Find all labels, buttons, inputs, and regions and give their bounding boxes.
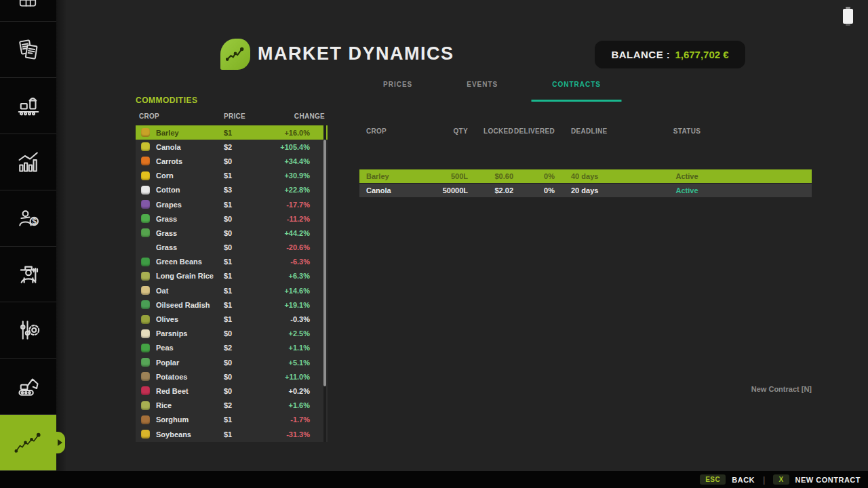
- crop-price: $0: [224, 329, 264, 338]
- crop-name: Grass: [156, 243, 224, 251]
- crop-icon: [141, 415, 150, 424]
- commodity-row[interactable]: Grass $0 +44.2%: [136, 226, 328, 240]
- crop-name: Parsnips: [156, 329, 224, 338]
- commodity-row[interactable]: Grapes $1 -17.7%: [136, 197, 328, 211]
- crop-name: Green Beans: [156, 258, 224, 266]
- crop-icon: [141, 186, 150, 195]
- crop-name: Carrots: [156, 157, 224, 165]
- page-title: MARKET DYNAMICS: [258, 43, 454, 64]
- crop-name: Rice: [156, 401, 224, 409]
- crop-change: -20.6%: [264, 243, 310, 251]
- tab-contracts[interactable]: CONTRACTS: [552, 81, 601, 88]
- crop-price: $0: [224, 359, 264, 367]
- balance-value: 1,677,702 €: [675, 49, 728, 60]
- new-contract-label: NEW CONTRACT: [795, 476, 861, 484]
- column-qty: QTY: [407, 127, 468, 135]
- crop-change: +5.1%: [264, 359, 310, 367]
- commodity-row[interactable]: Canola $2 +105.4%: [136, 140, 328, 154]
- commodity-row[interactable]: Green Beans $1 -6.3%: [136, 255, 328, 269]
- sidebar-item-statistics[interactable]: [0, 134, 56, 190]
- sidebar: $: [0, 0, 56, 471]
- balance-label: BALANCE :: [611, 49, 670, 60]
- commodity-row[interactable]: Grass $0 -20.6%: [136, 241, 328, 255]
- commodity-row[interactable]: Barley $1 +16.0%: [136, 125, 328, 140]
- crop-icon: [141, 228, 150, 237]
- logo-chart-icon: [226, 46, 245, 62]
- sidebar-item-construction[interactable]: [0, 359, 56, 415]
- sidebar-item-contracts[interactable]: [0, 22, 56, 78]
- contract-locked: $2.02: [468, 186, 513, 195]
- commodity-row[interactable]: Grass $0 -11.2%: [136, 211, 328, 226]
- sales-icon: $: [16, 206, 41, 230]
- crop-icon: [141, 300, 150, 309]
- app-logo: [220, 39, 250, 70]
- crop-name: Barley: [156, 129, 224, 137]
- commodity-row[interactable]: Carrots $0 +34.4%: [136, 154, 328, 168]
- commodity-row[interactable]: Peas $2 +1.1%: [136, 341, 328, 355]
- statistics-icon: [16, 150, 41, 174]
- construction-icon: [16, 374, 41, 399]
- crop-name: Red Beet: [156, 387, 224, 395]
- contract-row[interactable]: Barley 500L $0.60 0% 40 days Active: [359, 169, 812, 183]
- sidebar-item-sales[interactable]: $: [0, 190, 56, 247]
- contract-qty: 50000L: [407, 186, 468, 195]
- crop-name: Grapes: [156, 201, 224, 209]
- crop-icon: [141, 329, 150, 338]
- scrollbar-thumb[interactable]: [323, 140, 326, 386]
- commodity-row[interactable]: Red Beet $0 +0.2%: [136, 384, 328, 398]
- tab-prices[interactable]: PRICES: [383, 81, 412, 88]
- sidebar-item-map[interactable]: [0, 0, 56, 22]
- crop-icon: [141, 272, 150, 281]
- commodity-row[interactable]: Rice $2 +1.6%: [136, 399, 328, 413]
- crop-change: +11.0%: [264, 373, 310, 381]
- back-label: BACK: [732, 476, 755, 484]
- contract-delivered: 0%: [513, 172, 555, 180]
- commodity-row[interactable]: Soybeans $1 -31.3%: [136, 427, 328, 441]
- crop-price: $1: [224, 129, 264, 137]
- commodity-row[interactable]: Olives $1 -0.3%: [136, 312, 328, 326]
- column-crop: CROP: [359, 127, 407, 135]
- column-status: STATUS: [623, 127, 751, 135]
- commodity-row[interactable]: Cotton $3 +22.8%: [136, 183, 328, 197]
- commodity-row[interactable]: Potatoes $0 +11.0%: [136, 369, 328, 384]
- crop-icon: [141, 214, 150, 223]
- commodity-row[interactable]: Sorghum $1 -1.7%: [136, 413, 328, 427]
- commodity-row[interactable]: Parsnips $0 +2.5%: [136, 327, 328, 341]
- commodity-row[interactable]: Oat $1 +14.6%: [136, 283, 328, 298]
- crop-change: +14.6%: [264, 287, 310, 295]
- sidebar-item-farmer[interactable]: [0, 247, 56, 303]
- tab-events[interactable]: EVENTS: [467, 81, 498, 88]
- commodity-row[interactable]: Long Grain Rice $1 +6.3%: [136, 269, 328, 283]
- crop-icon: [141, 286, 150, 295]
- crop-name: Potatoes: [156, 373, 224, 381]
- sidebar-item-production[interactable]: [0, 78, 56, 134]
- sidebar-item-settings[interactable]: [0, 302, 56, 359]
- column-locked: LOCKED: [468, 127, 513, 135]
- new-contract-button[interactable]: X NEW CONTRACT: [773, 474, 861, 485]
- crop-name: Grass: [156, 215, 224, 223]
- commodity-row[interactable]: Poplar $0 +5.1%: [136, 355, 328, 369]
- crop-name: Olives: [156, 315, 224, 323]
- svg-text:$: $: [32, 216, 37, 226]
- crop-name: Soybeans: [156, 430, 224, 439]
- crop-price: $1: [224, 258, 264, 266]
- contract-crop: Canola: [359, 186, 407, 195]
- crop-icon: [141, 200, 150, 209]
- crop-price: $1: [224, 171, 264, 180]
- contract-deadline: 20 days: [555, 186, 623, 195]
- map-icon: [18, 0, 38, 11]
- crop-icon: [141, 401, 150, 410]
- documents-icon: [17, 38, 40, 61]
- crop-name: Peas: [156, 344, 224, 352]
- back-button[interactable]: ESC BACK: [700, 474, 755, 485]
- crop-icon: [141, 372, 150, 381]
- commodity-row[interactable]: Corn $1 +30.9%: [136, 169, 328, 183]
- crop-icon: [141, 128, 150, 137]
- crop-icon: [141, 258, 150, 266]
- contract-row[interactable]: Canola 50000L $2.02 0% 20 days Active: [359, 184, 812, 197]
- crop-price: $1: [224, 315, 264, 323]
- commodities-list: Barley $1 +16.0% Canola $2 +105.4% Carro…: [136, 125, 328, 442]
- sidebar-item-market-dynamics[interactable]: [0, 415, 56, 471]
- commodity-row[interactable]: Oilseed Radish $1 +19.1%: [136, 298, 328, 312]
- crop-change: -0.3%: [264, 315, 310, 323]
